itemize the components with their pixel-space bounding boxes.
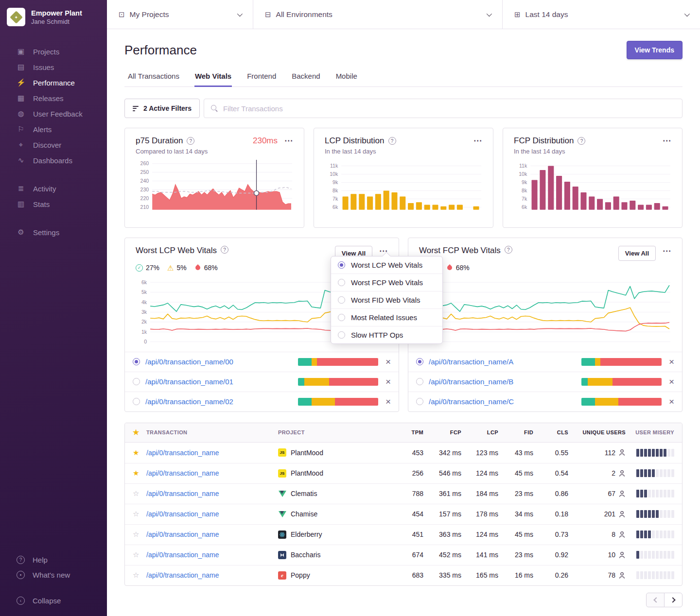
menu-option-slow-http-ops[interactable]: Slow HTTP Ops xyxy=(331,326,442,343)
close-icon[interactable]: × xyxy=(669,377,674,386)
radio-button[interactable] xyxy=(133,358,140,365)
sidebar-item-dashboards[interactable]: ∿Dashboards xyxy=(0,153,107,168)
environment-filter-dropdown[interactable]: ⊟ All Environments xyxy=(253,0,503,29)
radio-button[interactable] xyxy=(133,398,140,405)
menu-option-worst-fcp-web-vitals[interactable]: Worst FCP Web Vitals xyxy=(331,274,442,291)
project-cell[interactable]: ePoppy xyxy=(278,571,392,580)
view-trends-button[interactable]: View Trends xyxy=(627,41,682,59)
column-header-user-misery[interactable]: USER MISERY xyxy=(626,429,682,435)
radio-button[interactable] xyxy=(338,331,345,339)
sidebar-item-stats[interactable]: ▥Stats xyxy=(0,196,107,212)
column-header-unique-users[interactable]: UNIQUE USERS xyxy=(568,429,626,435)
sidebar-item-alerts[interactable]: ⚐Alerts xyxy=(0,121,107,137)
next-page-button[interactable] xyxy=(664,593,682,607)
vitals-distribution-bar xyxy=(298,358,378,366)
close-icon[interactable]: × xyxy=(385,397,391,406)
sidebar-item-help[interactable]: ?Help xyxy=(0,552,107,567)
star-toggle[interactable]: ★ xyxy=(125,448,146,457)
view-all-button[interactable]: View All xyxy=(618,246,656,261)
radio-button[interactable] xyxy=(416,398,423,405)
more-options-icon[interactable]: ⋯ xyxy=(663,249,671,254)
tab-frontend[interactable]: Frontend xyxy=(246,69,277,86)
radio-button[interactable] xyxy=(338,279,345,286)
close-icon[interactable]: × xyxy=(669,357,674,366)
star-toggle[interactable]: ☆ xyxy=(125,510,146,518)
help-icon[interactable]: ? xyxy=(187,137,194,145)
transaction-link[interactable]: /api/0/transaction_name xyxy=(146,490,278,497)
column-header-project[interactable]: PROJECT xyxy=(278,429,392,435)
project-cell[interactable]: Elderberry xyxy=(278,530,392,539)
transaction-link[interactable]: /api/0/transaction_name/01 xyxy=(145,377,298,386)
search-input[interactable] xyxy=(223,104,675,113)
star-toggle[interactable]: ☆ xyxy=(125,530,146,539)
search-box[interactable] xyxy=(204,99,682,118)
project-cell[interactable]: JSPlantMood xyxy=(278,448,392,457)
transaction-link[interactable]: /api/0/transaction_name xyxy=(146,449,278,457)
transaction-link[interactable]: /api/0/transaction_name/A xyxy=(429,358,581,366)
star-toggle[interactable]: ☆ xyxy=(125,550,146,559)
transaction-link[interactable]: /api/0/transaction_name xyxy=(146,551,278,559)
more-options-icon[interactable]: ⋯ xyxy=(284,138,293,143)
tab-mobile[interactable]: Mobile xyxy=(335,69,358,86)
sidebar-item-collapse[interactable]: ‹Collapse xyxy=(0,593,107,608)
star-toggle[interactable]: ★ xyxy=(125,469,146,478)
sidebar-item-discover[interactable]: ⌖Discover xyxy=(0,137,107,153)
project-filter-dropdown[interactable]: ⊡ My Projects xyxy=(107,0,253,29)
tab-all-transactions[interactable]: All Transactions xyxy=(127,69,180,86)
help-icon[interactable]: ? xyxy=(388,137,396,145)
column-header-lcp[interactable]: LCP xyxy=(461,429,498,435)
radio-button[interactable] xyxy=(416,358,423,365)
transaction-link[interactable]: /api/0/transaction_name/B xyxy=(429,377,581,386)
radio-button[interactable] xyxy=(338,314,345,321)
column-header-tpm[interactable]: TPM xyxy=(392,429,423,435)
help-icon[interactable]: ? xyxy=(578,137,585,145)
radio-button[interactable] xyxy=(338,261,345,269)
tab-web-vitals[interactable]: Web Vitals xyxy=(194,69,232,87)
radio-button[interactable] xyxy=(338,296,345,304)
sidebar-item-what-s-new[interactable]: •What's new xyxy=(0,567,107,582)
close-icon[interactable]: × xyxy=(385,357,391,366)
project-cell[interactable]: JSPlantMood xyxy=(278,469,392,478)
date-filter-dropdown[interactable]: ⊞ Last 14 days xyxy=(503,0,700,29)
project-cell[interactable]: Baccharis xyxy=(278,551,392,559)
close-icon[interactable]: × xyxy=(669,397,674,406)
sidebar-item-user-feedback[interactable]: ◍User Feedback xyxy=(0,106,107,121)
more-options-icon[interactable]: ⋯ xyxy=(663,138,671,143)
transaction-link[interactable]: /api/0/transaction_name xyxy=(146,510,278,518)
transaction-link[interactable]: /api/0/transaction_name xyxy=(146,469,278,477)
favorite-column-star-icon[interactable]: ★ xyxy=(125,428,146,437)
column-header-fid[interactable]: FID xyxy=(498,429,533,435)
help-icon[interactable]: ? xyxy=(505,246,512,254)
transaction-link[interactable]: /api/0/transaction_name/C xyxy=(429,397,581,406)
transaction-link[interactable]: /api/0/transaction_name xyxy=(146,530,278,538)
project-cell[interactable]: Clematis xyxy=(278,490,392,498)
sidebar-item-settings[interactable]: ⚙Settings xyxy=(0,224,107,240)
sidebar-item-activity[interactable]: ≣Activity xyxy=(0,181,107,196)
radio-button[interactable] xyxy=(416,378,423,385)
p75-duration-chart: 260250240230220210 xyxy=(136,159,293,217)
more-options-icon[interactable]: ⋯ xyxy=(473,138,482,143)
radio-button[interactable] xyxy=(133,378,140,385)
menu-option-most-related-issues[interactable]: Most Related Issues xyxy=(331,308,442,326)
close-icon[interactable]: × xyxy=(385,377,391,386)
active-filters-button[interactable]: 2 Active Filters xyxy=(124,99,200,118)
menu-option-worst-fid-web-vitals[interactable]: Worst FID Web Vitals xyxy=(331,291,442,308)
sidebar-item-releases[interactable]: ▦Releases xyxy=(0,90,107,106)
previous-page-button[interactable] xyxy=(646,593,665,607)
org-switcher[interactable]: ✦ Empower Plant Jane Schmidt xyxy=(0,0,107,33)
column-header-fcp[interactable]: FCP xyxy=(423,429,461,435)
sidebar-item-issues[interactable]: ▤Issues xyxy=(0,59,107,75)
tab-backend[interactable]: Backend xyxy=(291,69,320,86)
sidebar-item-performance[interactable]: ⚡Performance xyxy=(0,75,107,90)
column-header-transaction[interactable]: TRANSACTION xyxy=(146,429,278,435)
star-toggle[interactable]: ☆ xyxy=(125,489,146,498)
transaction-link[interactable]: /api/0/transaction_name/00 xyxy=(145,358,298,366)
project-name: Poppy xyxy=(291,571,310,579)
column-header-cls[interactable]: CLS xyxy=(533,429,568,435)
project-cell[interactable]: Chamise xyxy=(278,510,392,518)
help-icon[interactable]: ? xyxy=(221,246,228,254)
sidebar-item-projects[interactable]: ▣Projects xyxy=(0,44,107,59)
star-toggle[interactable]: ☆ xyxy=(125,571,146,580)
transaction-link[interactable]: /api/0/transaction_name/02 xyxy=(145,397,298,406)
transaction-link[interactable]: /api/0/transaction_name xyxy=(146,571,278,579)
